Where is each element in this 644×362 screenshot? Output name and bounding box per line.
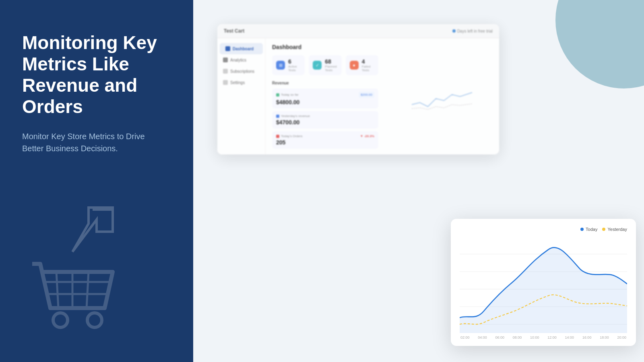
analytics-icon: [223, 58, 228, 62]
main-headline: Monitoring Key Metrics Like Revenue and …: [22, 32, 171, 117]
stat-icon-active: ⊞: [276, 61, 285, 70]
chart-card-header: Today Yesterday: [460, 227, 627, 232]
sidebar-item-analytics[interactable]: Analytics: [217, 54, 265, 66]
x-label-3: 08:00: [513, 335, 522, 339]
trend-value-orders: ▼ -20.3%: [360, 134, 375, 138]
rev-amount-today: $4800.00: [276, 99, 374, 105]
window-title: Test Cart: [224, 28, 244, 34]
legend-today: Today: [580, 227, 597, 232]
stat-card-active: ⊞ 6 Active Tests: [272, 55, 305, 75]
stat-icon-failed: ●: [350, 61, 359, 70]
sidebar-item-dashboard[interactable]: Dashboard: [220, 43, 263, 54]
legend-dot-yesterday: [602, 228, 605, 231]
settings-icon: [223, 80, 228, 85]
window-body: Dashboard Analytics Subscriptions Settin…: [217, 38, 499, 154]
x-label-4: 10:00: [530, 335, 539, 339]
stat-info-failed: 4 Failed Tests: [362, 58, 374, 72]
stat-info-planned: 68 Planned Tests: [325, 58, 337, 72]
revenue-card-today: Today so far $200.00 $4800.00: [272, 88, 378, 109]
sidebar-label-analytics: Analytics: [230, 58, 246, 62]
x-label-2: 06:00: [495, 335, 505, 339]
revenue-section-label: Revenue: [272, 81, 378, 85]
right-panel: Test Cart Days left in free trial Dashbo…: [193, 0, 644, 362]
badge-dot: [452, 29, 456, 33]
legend-dot-today: [580, 228, 584, 231]
stat-card-failed: ● 4 Failed Tests: [346, 55, 378, 75]
sidebar-label-dashboard: Dashboard: [233, 47, 254, 51]
sidebar-item-subscriptions[interactable]: Subscriptions: [217, 66, 265, 77]
subscriptions-icon: [223, 69, 228, 74]
cart-watermark: [20, 240, 125, 346]
revenue-cards: Today so far $200.00 $4800.00 Yesterday'…: [272, 88, 378, 149]
svg-point-5: [53, 313, 68, 327]
chart-area: [460, 237, 627, 333]
x-label-8: 18:00: [600, 335, 609, 339]
svg-line-2: [87, 272, 89, 308]
stat-num-planned: 68: [325, 58, 337, 65]
app-main: Dashboard ⊞ 6 Active Tests ✓ 68: [266, 38, 385, 154]
today-label-icon: [276, 93, 279, 97]
rev-label-orders: Today's Orders ▼ -20.3%: [276, 134, 374, 138]
main-subtext: Monitor Key Store Metrics to Drive Bette…: [22, 130, 159, 154]
stat-label-planned: Planned Tests: [325, 65, 337, 72]
stat-icon-planned: ✓: [313, 61, 322, 70]
x-label-0: 02:00: [460, 335, 470, 339]
x-label-6: 14:00: [565, 335, 574, 339]
window-badge: Days left in free trial: [452, 29, 493, 33]
mini-chart-area: [385, 38, 499, 154]
trend-value-today: $200.00: [359, 92, 374, 98]
today-label-text: Today so far: [281, 93, 299, 97]
badge-text: Days left in free trial: [457, 29, 493, 33]
dashboard-window: Test Cart Days left in free trial Dashbo…: [217, 24, 499, 154]
chart-fill-today: [460, 247, 627, 333]
orders-label-text: Today's Orders: [281, 134, 303, 138]
svg-point-6: [87, 313, 102, 327]
yesterday-label-text: Yesterday's revenue: [281, 114, 310, 118]
legend-yesterday: Yesterday: [602, 227, 627, 232]
sidebar-label-subscriptions: Subscriptions: [230, 69, 254, 74]
app-main-title: Dashboard: [272, 44, 378, 50]
dashboard-icon: [225, 46, 230, 51]
app-sidebar: Dashboard Analytics Subscriptions Settin…: [217, 38, 266, 154]
left-panel: Monitoring Key Metrics Like Revenue and …: [0, 0, 193, 362]
yesterday-label-icon: [276, 115, 279, 118]
orders-trend-box: ▼ -20.3%: [360, 134, 375, 138]
x-label-7: 16:00: [582, 335, 592, 339]
revenue-card-orders: Today's Orders ▼ -20.3% 205: [272, 131, 378, 149]
chart-x-labels: 02:00 04:00 06:00 08:00 10:00 12:00 14:0…: [460, 333, 627, 339]
revenue-card-yesterday: Yesterday's revenue $4700.00: [272, 111, 378, 129]
rev-label-yesterday: Yesterday's revenue: [276, 114, 374, 118]
sidebar-item-settings[interactable]: Settings: [217, 77, 265, 88]
chart-svg: [460, 237, 627, 333]
big-chart-card: Today Yesterday: [451, 219, 636, 346]
stat-num-active: 6: [288, 58, 301, 65]
orders-label-icon: [276, 135, 279, 138]
stat-num-failed: 4: [362, 58, 374, 65]
x-label-1: 04:00: [478, 335, 487, 339]
stat-label-failed: Failed Tests: [362, 65, 374, 72]
window-header: Test Cart Days left in free trial: [217, 24, 499, 38]
legend-label-yesterday: Yesterday: [607, 227, 627, 232]
mini-chart-svg: [389, 80, 495, 113]
svg-line-0: [56, 272, 58, 308]
rev-label-today: Today so far $200.00: [276, 92, 374, 98]
stats-row: ⊞ 6 Active Tests ✓ 68 Planned Tests: [272, 55, 378, 75]
rev-amount-orders: 205: [276, 139, 374, 146]
x-label-5: 12:00: [547, 335, 557, 339]
today-trend-box: $200.00: [359, 92, 374, 98]
stat-label-active: Active Tests: [288, 65, 301, 72]
teal-circle-decoration: [555, 0, 644, 88]
x-label-9: 20:00: [617, 335, 626, 339]
stat-info-active: 6 Active Tests: [288, 58, 301, 72]
legend-label-today: Today: [586, 227, 597, 232]
stat-card-planned: ✓ 68 Planned Tests: [309, 55, 341, 75]
sidebar-label-settings: Settings: [230, 80, 245, 85]
rev-amount-yesterday: $4700.00: [276, 119, 374, 125]
